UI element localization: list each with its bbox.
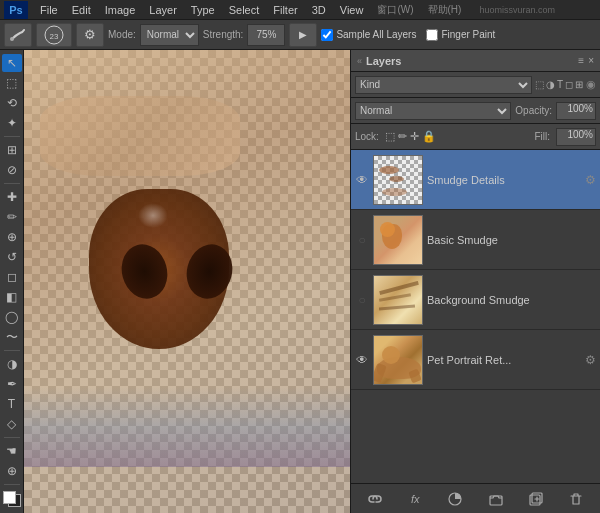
- clone-tool[interactable]: ⊕: [2, 228, 22, 246]
- pen-tool[interactable]: ✒: [2, 375, 22, 393]
- filter-toggle[interactable]: ◉: [586, 78, 596, 91]
- blur-tool[interactable]: ◯: [2, 308, 22, 326]
- lock-all-icon[interactable]: 🔒: [422, 130, 436, 143]
- menu-edit[interactable]: Edit: [66, 3, 97, 17]
- healing-tool[interactable]: ✚: [2, 188, 22, 206]
- layer-item-background-smudge[interactable]: ○ Background Smudge: [351, 270, 600, 330]
- panel-lock-row: Lock: ⬚ ✏ ✛ 🔒 Fill: 100%: [351, 124, 600, 150]
- smudge-tool-icon[interactable]: [4, 23, 32, 47]
- layer-1-name: Smudge Details: [427, 174, 581, 186]
- delete-layer-button[interactable]: [564, 487, 588, 511]
- layer-1-options[interactable]: ⚙: [585, 173, 596, 187]
- eyedropper-tool[interactable]: ⊘: [2, 161, 22, 179]
- layer-4-name: Pet Portrait Ret...: [427, 354, 581, 366]
- layer-item-basic-smudge[interactable]: ○ Basic Smudge: [351, 210, 600, 270]
- history-brush-tool[interactable]: ↺: [2, 248, 22, 266]
- foreground-color[interactable]: [3, 491, 21, 507]
- move-tool[interactable]: ↖: [2, 54, 22, 72]
- filter-shape-icon[interactable]: ◻: [565, 79, 573, 90]
- crop-tool[interactable]: ⊞: [2, 141, 22, 159]
- fx-button[interactable]: fx: [403, 487, 427, 511]
- lock-image-icon[interactable]: ✏: [398, 130, 407, 143]
- layer-item-smudge-details[interactable]: 👁 Smudge Details ⚙: [351, 150, 600, 210]
- zoom-tool[interactable]: ⊕: [2, 462, 22, 480]
- gradient-tool[interactable]: ◧: [2, 288, 22, 306]
- tool-divider-1: [4, 136, 20, 137]
- new-fill-adjustment-button[interactable]: [443, 487, 467, 511]
- brush-settings-icon[interactable]: ⚙: [76, 23, 104, 47]
- menu-select[interactable]: Select: [223, 3, 266, 17]
- canvas-area[interactable]: [24, 50, 350, 513]
- panel-collapse-icons: «: [357, 56, 362, 66]
- layer-2-thumbnail: [373, 215, 423, 265]
- ps-logo: Ps: [4, 1, 28, 19]
- blend-mode-select[interactable]: Normal: [355, 102, 511, 120]
- finger-paint-checkbox-area: Finger Paint: [426, 29, 495, 41]
- layer-1-visibility[interactable]: 👁: [355, 173, 369, 187]
- layer-kind-select[interactable]: Kind: [355, 76, 532, 94]
- type-tool[interactable]: T: [2, 395, 22, 413]
- magic-wand-tool[interactable]: ✦: [2, 114, 22, 132]
- menu-help[interactable]: 帮助(H): [422, 2, 468, 18]
- svg-text:23: 23: [50, 32, 59, 41]
- layer-4-options[interactable]: ⚙: [585, 353, 596, 367]
- dodge-tool[interactable]: ◑: [2, 355, 22, 373]
- filter-adjustment-icon[interactable]: ◑: [546, 79, 555, 90]
- mode-select[interactable]: Normal: [140, 24, 199, 46]
- lock-transparent-icon[interactable]: ⬚: [385, 130, 395, 143]
- finger-paint-checkbox[interactable]: [426, 29, 438, 41]
- lock-label: Lock:: [355, 131, 379, 142]
- fill-value[interactable]: 100%: [556, 128, 596, 146]
- layer-1-thumbnail: [373, 155, 423, 205]
- panel-blend-row: Normal Opacity: 100%: [351, 98, 600, 124]
- pressure-icon[interactable]: ▶: [289, 23, 317, 47]
- filter-smart-icon[interactable]: ⊞: [575, 79, 583, 90]
- brush-preview[interactable]: 23: [36, 23, 72, 47]
- select-rect-tool[interactable]: ⬚: [2, 74, 22, 92]
- menu-type[interactable]: Type: [185, 3, 221, 17]
- panel-title: Layers: [366, 55, 401, 67]
- panel-search: Kind ⬚ ◑ T ◻ ⊞ ◉: [351, 72, 600, 98]
- strength-value[interactable]: 75%: [247, 24, 285, 46]
- lock-position-icon[interactable]: ✛: [410, 130, 419, 143]
- menu-3d[interactable]: 3D: [306, 3, 332, 17]
- layer-item-pet-portrait[interactable]: 👁 Pet Portrait Ret... ⚙: [351, 330, 600, 390]
- new-group-button[interactable]: [484, 487, 508, 511]
- tool-divider-4: [4, 437, 20, 438]
- strength-label: Strength:: [203, 29, 244, 40]
- menu-window[interactable]: 窗口(W): [371, 2, 419, 18]
- layer-3-visibility[interactable]: ○: [355, 293, 369, 307]
- link-layers-button[interactable]: [363, 487, 387, 511]
- tool-divider-5: [4, 484, 20, 485]
- panel-menu-icon[interactable]: ≡: [578, 55, 584, 66]
- menu-view[interactable]: View: [334, 3, 370, 17]
- eraser-tool[interactable]: ◻: [2, 268, 22, 286]
- sample-all-layers-checkbox[interactable]: [321, 29, 333, 41]
- panel-close-icon[interactable]: ×: [588, 55, 594, 66]
- filter-type-icon[interactable]: T: [557, 79, 563, 90]
- brush-tool[interactable]: ✏: [2, 208, 22, 226]
- menu-image[interactable]: Image: [99, 3, 142, 17]
- layer-2-visibility[interactable]: ○: [355, 233, 369, 247]
- menu-filter[interactable]: Filter: [267, 3, 303, 17]
- mode-label: Mode:: [108, 29, 136, 40]
- new-layer-button[interactable]: [524, 487, 548, 511]
- layer-4-visibility[interactable]: 👁: [355, 353, 369, 367]
- panel-collapse-left[interactable]: «: [357, 56, 362, 66]
- layer-2-name: Basic Smudge: [427, 234, 596, 246]
- menu-layer[interactable]: Layer: [143, 3, 183, 17]
- opacity-label: Opacity:: [515, 105, 552, 116]
- opacity-value[interactable]: 100%: [556, 102, 596, 120]
- filter-icons: ⬚ ◑ T ◻ ⊞: [535, 79, 583, 90]
- filter-pixel-icon[interactable]: ⬚: [535, 79, 544, 90]
- tool-divider-3: [4, 350, 20, 351]
- menu-file[interactable]: File: [34, 3, 64, 17]
- path-tool[interactable]: ◇: [2, 415, 22, 433]
- toolbar: 23 ⚙ Mode: Normal Strength: 75% ▶ Sample…: [0, 20, 600, 50]
- layer-3-thumbnail: [373, 275, 423, 325]
- hand-tool[interactable]: ☚: [2, 442, 22, 460]
- smudge-tool[interactable]: 〜: [2, 328, 22, 346]
- lasso-tool[interactable]: ⟲: [2, 94, 22, 112]
- canvas-artwork: [24, 50, 350, 513]
- layers-list: 👁 Smudge Details ⚙ ○ Basic Smudg: [351, 150, 600, 483]
